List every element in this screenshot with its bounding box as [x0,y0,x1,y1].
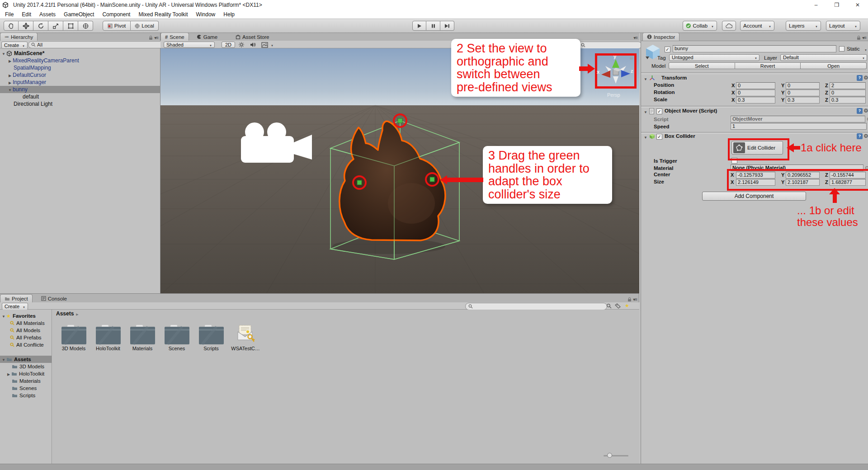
hierarchy-create-button[interactable]: Create [1,42,28,49]
layout-dropdown[interactable]: Layout [826,21,860,31]
menu-file[interactable]: File [1,11,18,18]
favorite-all-models[interactable]: All Models [0,327,52,334]
tree-item-bunny-selected[interactable]: bunny [0,86,160,93]
pause-button[interactable] [426,21,440,31]
play-button[interactable] [412,21,426,31]
scene-panel-menu[interactable] [633,34,639,41]
scale-x-field[interactable]: 0.3 [736,97,775,103]
transform-tool-button[interactable] [78,21,93,31]
tab-console[interactable]: Console [37,295,71,302]
toggle-2d-button[interactable]: 2D [222,42,235,48]
tab-inspector[interactable]: Inspector [642,33,679,41]
object-mover-checkbox[interactable] [656,108,662,114]
collab-dropdown[interactable]: Collab [683,21,717,31]
search-by-type-button[interactable] [606,303,612,310]
collider-handle-right[interactable] [430,177,434,182]
foldout-icon[interactable] [6,371,11,376]
model-select-button[interactable]: Select [669,62,735,69]
rect-tool-button[interactable] [63,21,78,31]
gear-icon[interactable] [863,133,868,139]
scale-y-field[interactable]: 0.3 [786,97,820,103]
foldout-icon[interactable] [7,79,13,85]
hierarchy-search-input[interactable]: All [28,41,165,48]
static-checkbox[interactable] [839,46,844,52]
tree-item-default[interactable]: default [0,93,160,100]
breadcrumb[interactable]: Assets [56,310,79,317]
menu-component[interactable]: Component [98,11,134,18]
asset-tile-materials[interactable]: Materials [128,324,157,351]
close-button[interactable]: ✕ [847,0,868,10]
tree-folder-3d-models[interactable]: 3D Models [0,363,52,370]
gear-icon[interactable] [863,75,868,81]
foldout-icon[interactable] [1,50,6,56]
rotate-tool-button[interactable] [33,21,48,31]
asset-tile-wsatestcert[interactable]: WSATestC… [231,324,260,351]
scale-z-field[interactable]: 0.3 [830,97,866,103]
transform-foldout-icon[interactable] [643,75,648,82]
help-icon[interactable] [857,75,863,81]
position-x-field[interactable]: 0 [736,82,775,89]
foldout-icon[interactable] [1,357,6,362]
asset-tile-3d-models[interactable]: 3D Models [59,324,88,351]
static-caret-icon[interactable] [863,46,867,52]
object-mover-foldout-icon[interactable] [643,108,648,115]
assets-root-selected[interactable]: Assets [0,356,52,363]
pivot-toggle-button[interactable]: Pivot [103,21,131,31]
scene-effects-dropdown[interactable] [261,42,274,48]
tree-item-defaultcursor[interactable]: DefaultCursor [0,71,160,79]
tree-item-mixedrealitycameraparent[interactable]: MixedRealityCameraParent [0,57,160,64]
tab-asset-store[interactable]: Asset Store [231,33,273,41]
rotation-z-field[interactable]: 0 [830,89,866,96]
tag-dropdown[interactable]: Untagged [669,54,760,61]
tab-game[interactable]: Game [193,33,222,41]
icon-size-slider-handle[interactable] [607,453,612,458]
favorites-filter-button[interactable] [625,302,629,309]
box-collider-foldout-icon[interactable] [643,134,648,140]
local-toggle-button[interactable]: Local [131,21,159,31]
gear-icon[interactable] [863,108,868,114]
lock-icon[interactable] [627,297,632,302]
scene-search-input[interactable] [578,42,642,49]
foldout-icon[interactable] [1,313,6,319]
model-open-button[interactable]: Open [801,62,867,69]
hand-tool-button[interactable] [4,21,19,31]
model-revert-button[interactable]: Revert [735,62,801,69]
search-by-label-button[interactable] [615,303,621,310]
rotation-y-field[interactable]: 0 [786,89,820,96]
menu-mixed-reality-toolkit[interactable]: Mixed Reality Toolkit [134,11,192,18]
persp-label[interactable]: Persp [607,92,620,98]
gizmo-z-cone[interactable] [621,70,630,77]
tab-hierarchy[interactable]: ≔ Hierarchy [0,33,38,41]
layer-dropdown[interactable]: Default [780,54,867,61]
asset-tile-scenes[interactable]: Scenes [162,324,191,351]
favorite-all-conflicted[interactable]: All Conflicte [0,341,52,348]
help-icon[interactable] [857,108,863,114]
panel-menu-icon[interactable] [154,34,158,41]
asset-tile-scripts[interactable]: Scripts [197,324,226,351]
draw-mode-dropdown[interactable]: Shaded [164,42,215,48]
gizmo-lock-icon[interactable] [630,57,633,60]
tree-item-directional-light[interactable]: Directional Light [0,100,160,108]
minimize-button[interactable]: – [806,0,826,10]
cloud-button[interactable] [722,21,736,31]
lock-icon[interactable] [857,35,861,40]
foldout-icon[interactable] [7,86,13,93]
tree-item-spatialmapping[interactable]: SpatialMapping [0,64,160,71]
menu-edit[interactable]: Edit [18,11,35,18]
script-field[interactable]: ObjectMover [731,116,865,122]
help-icon[interactable] [857,133,863,139]
add-component-button[interactable]: Add Component [702,192,806,201]
foldout-icon[interactable] [7,57,13,64]
project-search-input[interactable] [465,303,607,310]
rotation-x-field[interactable]: 0 [736,89,775,96]
speed-field[interactable]: 1 [731,123,867,130]
gameobject-name-field[interactable]: bunny [673,45,836,52]
tree-folder-scenes[interactable]: Scenes [0,385,52,392]
layers-dropdown[interactable]: Layers [786,21,821,31]
project-panel-menu[interactable] [627,296,639,302]
tree-folder-holotoolkit[interactable]: HoloToolkit [0,370,52,377]
collider-handle-top[interactable] [398,118,402,123]
tab-project[interactable]: Project [0,294,33,302]
tree-folder-scripts[interactable]: Scripts [0,392,52,399]
active-checkbox[interactable] [665,47,670,52]
